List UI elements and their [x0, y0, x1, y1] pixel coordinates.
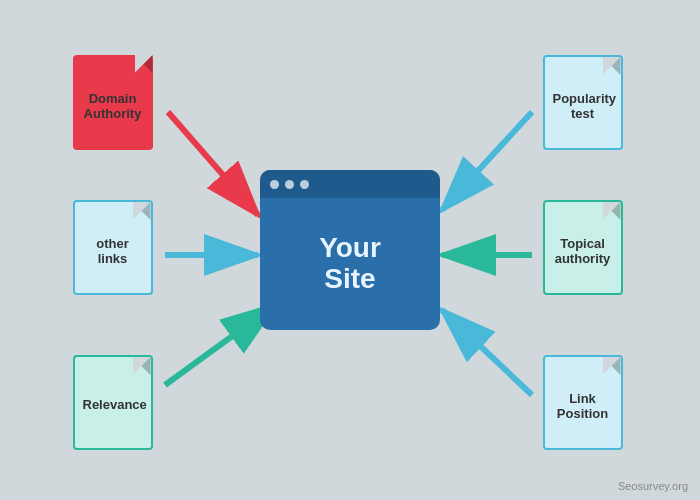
your-site-label: YourSite: [319, 233, 381, 295]
doc-link-position: Link Position: [535, 355, 630, 465]
watermark: Seosurvey.org: [618, 480, 688, 492]
other-links-label: other links: [75, 235, 151, 266]
doc-other-links: other links: [65, 200, 160, 310]
arrow-popularity-test: [442, 112, 532, 210]
arrow-link-position: [442, 310, 532, 395]
doc-popularity-test: Popularity test: [535, 55, 630, 165]
relevance-label: Relevance: [75, 396, 151, 412]
popularity-test-label: Popularity test: [545, 90, 621, 121]
browser-dot-1: [270, 180, 279, 189]
browser-dot-2: [285, 180, 294, 189]
doc-relevance: Relevance: [65, 355, 160, 465]
browser-bar: [260, 170, 440, 198]
arrow-relevance: [165, 305, 275, 385]
arrow-domain-authority: [168, 112, 258, 215]
doc-domain-authority: Domain Authority: [65, 55, 160, 165]
browser-content: YourSite: [260, 198, 440, 330]
your-site-browser: YourSite: [260, 170, 440, 330]
link-position-label: Link Position: [545, 390, 621, 421]
domain-authority-label: Domain Authority: [73, 90, 153, 121]
doc-topical-authority: Topical authority: [535, 200, 630, 310]
topical-authority-label: Topical authority: [545, 235, 621, 266]
browser-dot-3: [300, 180, 309, 189]
